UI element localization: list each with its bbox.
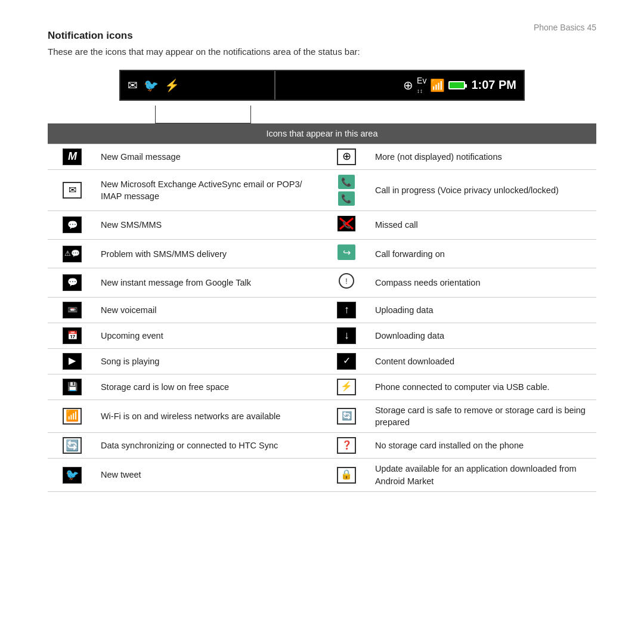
wifi-icon-cell: 📶	[48, 400, 97, 433]
more-notifications-icon: ⊕	[337, 148, 356, 165]
wifi-icon: 📶	[63, 408, 82, 425]
wifi-label: Wi-Fi is on and wireless networks are av…	[97, 400, 322, 433]
sms-label: New SMS/MMS	[97, 210, 322, 239]
statusbar-left: ✉ 🐦 ⚡	[120, 71, 275, 100]
table-header-row: Icons that appear in this area	[48, 123, 596, 144]
sms-problem-label: Problem with SMS/MMS delivery	[97, 240, 322, 268]
table-row: 📼 New voicemail ↑ Uploading data	[48, 297, 596, 323]
music-play-icon: ▶	[63, 353, 82, 370]
app-update-label: Update available for an application down…	[371, 459, 596, 492]
content-downloaded-icon-cell: ✓	[322, 348, 371, 374]
download-label: Downloading data	[371, 323, 596, 348]
tweet-icon-cell: 🐦	[48, 459, 97, 492]
statusbar: ✉ 🐦 ⚡ ⊕ Ev↕↕ 📶 1:07 PM	[119, 70, 525, 101]
connector-lines	[119, 106, 525, 123]
more-notifications-label: More (not displayed) notifications	[371, 144, 596, 169]
call-progress-icon-cell: 📞 📞	[322, 169, 371, 210]
connector-right-line	[250, 106, 251, 123]
no-storage-icon: ❓	[337, 437, 356, 454]
statusbar-right: ⊕ Ev↕↕ 📶 1:07 PM	[275, 71, 524, 100]
table-row: 💾 Storage card is low on free space ⚡ Ph…	[48, 374, 596, 400]
table-row: 📅 Upcoming event ↓ Downloading data	[48, 323, 596, 348]
calendar-icon: 📅	[63, 327, 82, 344]
music-label: Song is playing	[97, 348, 322, 374]
svg-text:!: !	[346, 277, 348, 286]
storage-safe-icon-cell: 🔄	[322, 400, 371, 433]
connector-area	[48, 106, 596, 123]
usb-icon: ⚡	[165, 78, 179, 92]
tweet-icon: 🐦	[63, 467, 82, 484]
sync-icon: Ev↕↕	[417, 76, 426, 95]
voicemail-icon: 📼	[63, 302, 82, 318]
htcsync-icon-cell: 🔄	[48, 433, 97, 459]
call-progress-locked-icon: 📞	[338, 191, 355, 206]
gmail-label: New Gmail message	[97, 144, 322, 169]
call-progress-label: Call in progress (Voice privacy unlocked…	[371, 169, 596, 210]
calendar-icon-cell: 📅	[48, 323, 97, 348]
twitter-icon: 🐦	[144, 78, 159, 92]
gtalk-icon: 💬	[63, 274, 82, 291]
table-header-cell: Icons that appear in this area	[48, 123, 596, 144]
missed-call-icon: 📞	[337, 215, 356, 232]
compass-label: Compass needs orientation	[371, 268, 596, 297]
svg-text:↪: ↪	[343, 247, 351, 258]
table-row: M New Gmail message ⊕ More (not displaye…	[48, 144, 596, 169]
storage-safe-icon: 🔄	[337, 408, 356, 425]
sms-icon: 💬	[63, 216, 82, 233]
notification-icons-table: Icons that appear in this area M New Gma…	[48, 123, 596, 492]
location-icon: ⊕	[403, 78, 413, 92]
upload-icon: ↑	[337, 302, 356, 318]
more-notifications-icon-cell: ⊕	[322, 144, 371, 169]
exchange-label: New Microsoft Exchange ActiveSync email …	[97, 169, 322, 210]
mail-icon: ✉	[128, 78, 138, 92]
storage-safe-label: Storage card is safe to remove or storag…	[371, 400, 596, 433]
storage-low-icon: 💾	[63, 379, 82, 395]
section-title: Notification icons	[48, 30, 596, 42]
gmail-icon-cell: M	[48, 144, 97, 169]
music-icon-cell: ▶	[48, 348, 97, 374]
compass-icon: !	[337, 273, 356, 289]
gtalk-label: New instant message from Google Talk	[97, 268, 322, 297]
no-storage-label: No storage card installed on the phone	[371, 433, 596, 459]
missed-call-label: Missed call	[371, 210, 596, 239]
table-row: ✉ New Microsoft Exchange ActiveSync emai…	[48, 169, 596, 210]
app-update-icon-cell: 🔒	[322, 459, 371, 492]
connector-horizontal	[155, 123, 251, 123]
call-progress-unlocked-icon: 📞	[338, 174, 355, 190]
content-downloaded-label: Content downloaded	[371, 348, 596, 374]
section-description: These are the icons that may appear on t…	[48, 45, 596, 59]
storage-low-icon-cell: 💾	[48, 374, 97, 400]
no-storage-icon-cell: ❓	[322, 433, 371, 459]
sms-icon-cell: 💬	[48, 210, 97, 239]
tweet-label: New tweet	[97, 459, 322, 492]
table-row: 💬 New instant message from Google Talk !…	[48, 268, 596, 297]
table-row: ⚠💬 Problem with SMS/MMS delivery ↪ Call …	[48, 240, 596, 268]
calendar-label: Upcoming event	[97, 323, 322, 348]
call-forwarding-icon: ↪	[337, 244, 356, 261]
signal-icon: 📶	[430, 78, 445, 92]
upload-label: Uploading data	[371, 297, 596, 323]
sms-problem-icon-cell: ⚠💬	[48, 240, 97, 268]
sms-problem-icon: ⚠💬	[63, 246, 82, 262]
usb-connected-icon-cell: ⚡	[322, 374, 371, 400]
table-row: 💬 New SMS/MMS 📞 Missed call	[48, 210, 596, 239]
battery-icon	[448, 81, 465, 89]
table-row: 🔄 Data synchronizing or connected to HTC…	[48, 433, 596, 459]
svg-text:📞: 📞	[341, 194, 352, 204]
voicemail-label: New voicemail	[97, 297, 322, 323]
table-row: 📶 Wi-Fi is on and wireless networks are …	[48, 400, 596, 433]
exchange-icon: ✉	[63, 182, 82, 199]
htcsync-icon: 🔄	[63, 437, 82, 454]
call-forward-label: Call forwarding on	[371, 240, 596, 268]
table-row: 🐦 New tweet 🔒 Update available for an ap…	[48, 459, 596, 492]
table-row: ▶ Song is playing ✓ Content downloaded	[48, 348, 596, 374]
content-downloaded-icon: ✓	[337, 353, 356, 370]
storage-low-label: Storage card is low on free space	[97, 374, 322, 400]
upload-icon-cell: ↑	[322, 297, 371, 323]
statusbar-wrapper: ✉ 🐦 ⚡ ⊕ Ev↕↕ 📶 1:07 PM	[48, 70, 596, 101]
voicemail-icon-cell: 📼	[48, 297, 97, 323]
download-icon-cell: ↓	[322, 323, 371, 348]
connector-left-line	[155, 106, 156, 123]
missed-call-icon-cell: 📞	[322, 210, 371, 239]
gmail-icon: M	[63, 148, 82, 165]
